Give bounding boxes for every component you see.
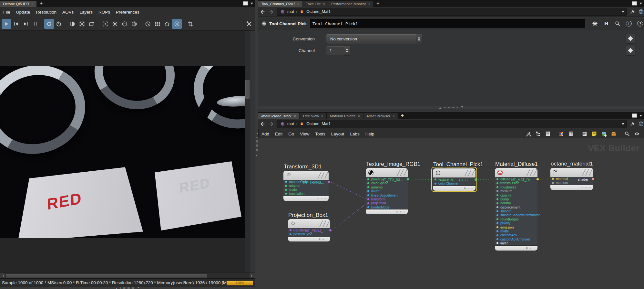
- network-menu-tools[interactable]: Tools: [312, 132, 328, 136]
- horizontal-splitter[interactable]: [258, 106, 644, 109]
- ipr-power-button[interactable]: [54, 19, 64, 29]
- input-port-dot[interactable]: [367, 182, 369, 184]
- pane-menu-caret-icon[interactable]: [639, 115, 642, 118]
- network-tab-2[interactable]: Material Palette×: [327, 113, 363, 119]
- params-tab-1[interactable]: Take List×: [303, 1, 328, 7]
- network-menu-edit[interactable]: Edit: [272, 132, 285, 136]
- ipr-menu-file[interactable]: File: [0, 10, 13, 15]
- output-port-dot[interactable]: [329, 229, 332, 231]
- network-tab-1[interactable]: Tree View×: [300, 113, 326, 119]
- input-port-dot[interactable]: [496, 218, 498, 220]
- output-port-dot[interactable]: [592, 178, 594, 180]
- node-Texture_Image_RGB1[interactable]: Texture_Image_RGB1powercolorSpacegammain…: [366, 168, 408, 214]
- network-canvas[interactable]: VEX Builder Transform_3D1rotationOrderro…: [258, 138, 644, 289]
- node-footer-glyph[interactable]: −: [589, 186, 590, 189]
- ipr-horizontal-scrollbar[interactable]: [0, 273, 255, 279]
- network-note-button[interactable]: [589, 129, 599, 139]
- input-port-dot[interactable]: [496, 234, 498, 236]
- input-port-dot[interactable]: [367, 186, 369, 188]
- network-palette-button[interactable]: [557, 129, 566, 139]
- input-port-dot[interactable]: [496, 190, 498, 192]
- bottom-splitter[interactable]: [0, 286, 255, 289]
- input-port-dot[interactable]: [496, 198, 498, 200]
- output-port-dot[interactable]: [537, 178, 539, 180]
- ipr-snapshot-button[interactable]: [87, 19, 97, 29]
- pane-menu-caret-icon[interactable]: [639, 3, 642, 6]
- network-magnify-button[interactable]: [622, 129, 632, 139]
- back-arrow-icon[interactable]: [260, 121, 265, 127]
- network-box-button[interactable]: [609, 129, 618, 139]
- output-port-dot[interactable]: [407, 178, 409, 180]
- network-menu-add[interactable]: Add: [259, 132, 272, 136]
- path-dropdown-caret-icon[interactable]: [622, 11, 624, 14]
- ipr-contrast-button[interactable]: [67, 19, 77, 29]
- node-Projection_Box1[interactable]: Projection_Box1transformpositionTypeNT_P…: [288, 219, 330, 241]
- input-port-dot[interactable]: [285, 189, 287, 191]
- tab-close-icon[interactable]: ×: [323, 2, 325, 5]
- header-magnify-button[interactable]: [614, 20, 621, 27]
- ipr-menu-preferences[interactable]: Preferences: [113, 10, 142, 15]
- ipr-vertical-scrollbar[interactable]: [245, 31, 250, 273]
- ipr-pause-button[interactable]: [31, 19, 40, 29]
- network-menu-view[interactable]: View: [297, 132, 312, 136]
- pin-icon[interactable]: [630, 9, 636, 15]
- node-footer-glyph[interactable]: =: [529, 247, 531, 250]
- network-tab-3[interactable]: Asset Browser×: [363, 113, 398, 119]
- ipr-focus-button[interactable]: [100, 19, 110, 29]
- input-port-dot[interactable]: [367, 202, 369, 204]
- node-footer-glyph[interactable]: −: [533, 247, 535, 250]
- input-port-dot[interactable]: [367, 194, 369, 196]
- input-port-dot[interactable]: [285, 193, 287, 195]
- back-arrow-icon[interactable]: [260, 9, 265, 15]
- input-port-dot[interactable]: [496, 214, 498, 216]
- node-footer-glyph[interactable]: =: [321, 197, 322, 200]
- forward-arrow-icon[interactable]: [269, 121, 274, 127]
- node-footer-glyph[interactable]: ≡: [396, 210, 398, 213]
- input-port-dot[interactable]: [552, 178, 554, 180]
- input-port-dot[interactable]: [285, 181, 287, 183]
- conversion-dropdown[interactable]: No conversion: [326, 34, 422, 44]
- header-asterisk-button[interactable]: [591, 20, 599, 27]
- network-menu-go[interactable]: Go: [285, 132, 297, 136]
- params-new-tab-button[interactable]: +: [374, 0, 382, 7]
- network-imageadd-button[interactable]: [599, 129, 609, 139]
- input-port-dot[interactable]: [496, 202, 498, 204]
- channel-spinner[interactable]: [344, 46, 350, 56]
- ipr-menu-resolution[interactable]: Resolution: [33, 10, 59, 15]
- pane-square-icon[interactable]: [632, 113, 637, 118]
- input-port-dot[interactable]: [496, 178, 498, 180]
- network-treelist-button[interactable]: [533, 129, 543, 139]
- scroll-left-button[interactable]: [0, 273, 5, 278]
- node-footer-glyph[interactable]: =: [322, 238, 324, 241]
- node-footer-glyph[interactable]: −: [324, 197, 326, 200]
- channel-input[interactable]: 1: [326, 46, 344, 55]
- tab-close-icon[interactable]: ×: [358, 114, 360, 118]
- input-port-dot[interactable]: [290, 229, 291, 231]
- node-name-field[interactable]: Tool_Channel_Pick1: [310, 19, 585, 28]
- ipr-skip-start-button[interactable]: [11, 19, 21, 29]
- input-port-dot[interactable]: [496, 182, 498, 184]
- network-menu-labs[interactable]: Labs: [347, 132, 362, 136]
- ipr-menu-rops[interactable]: ROPs: [96, 10, 113, 15]
- radial-menu-icon[interactable]: [638, 9, 644, 15]
- output-port-dot[interactable]: [475, 178, 477, 181]
- ipr-expand-button[interactable]: [77, 19, 87, 29]
- input-port-dot[interactable]: [496, 210, 498, 212]
- pin-icon[interactable]: [630, 121, 636, 127]
- input-port-dot[interactable]: [367, 178, 369, 180]
- forward-arrow-icon[interactable]: [269, 9, 274, 15]
- tab-close-icon[interactable]: ×: [294, 114, 296, 118]
- network-eye-button[interactable]: [632, 129, 642, 139]
- input-port-dot[interactable]: [496, 230, 498, 232]
- pane-menu-caret-icon[interactable]: [250, 3, 253, 6]
- ipr-vertical-scrollbar-thumb[interactable]: [245, 80, 250, 99]
- node-Transform_3D1[interactable]: Transform_3D1rotationOrderrotationscalet…: [283, 171, 329, 201]
- input-port-dot[interactable]: [496, 242, 498, 244]
- ipr-clock-button[interactable]: [143, 19, 153, 29]
- input-port-dot[interactable]: [496, 238, 498, 240]
- input-port-dot[interactable]: [496, 226, 498, 228]
- header-houdini-h-button[interactable]: H: [602, 20, 610, 27]
- input-port-dot[interactable]: [285, 185, 287, 187]
- conversion-gear-button[interactable]: [626, 34, 635, 43]
- ipr-brightness-button[interactable]: [110, 19, 120, 29]
